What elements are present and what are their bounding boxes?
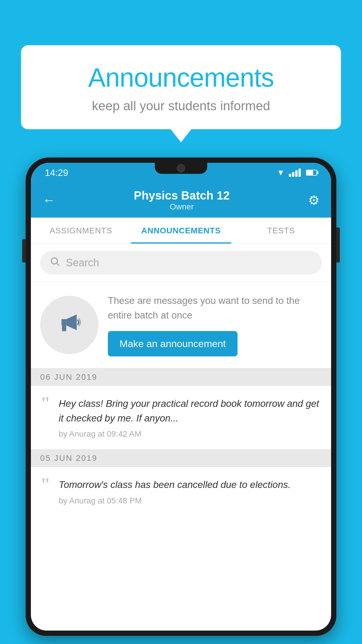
svg-point-0	[51, 258, 57, 264]
phone-camera	[177, 164, 185, 172]
signal-bar-3	[295, 170, 298, 177]
phone-notch	[155, 163, 207, 174]
svg-marker-3	[66, 314, 77, 330]
search-container: Search	[31, 244, 331, 282]
announcement-meta-2: by Anurag at 05:48 PM	[59, 496, 322, 505]
phone-screen: 14:29 ▼ ← Phys	[31, 163, 331, 631]
promo-icon-circle	[40, 296, 99, 354]
search-icon	[50, 256, 60, 269]
phone-side-btn-right	[336, 228, 340, 262]
tab-announcements[interactable]: ANNOUNCEMENTS	[131, 218, 231, 244]
phone-outer: 14:29 ▼ ← Phys	[26, 158, 336, 636]
header-title-group: Physics Batch 12 Owner	[134, 189, 230, 211]
phone-container: 14:29 ▼ ← Phys	[26, 158, 336, 644]
svg-line-1	[57, 263, 59, 266]
svg-rect-4	[62, 325, 66, 331]
signal-icon	[289, 169, 301, 177]
speech-bubble-card: Announcements keep all your students inf…	[21, 45, 341, 129]
date-divider-2: 05 JUN 2019	[31, 449, 331, 467]
app-header: ← Physics Batch 12 Owner ⚙	[31, 183, 331, 218]
tabs-bar: ASSIGNMENTS ANNOUNCEMENTS TESTS	[31, 218, 331, 244]
battery-icon	[306, 170, 317, 176]
announcement-content-1: Hey class! Bring your practical record b…	[59, 396, 322, 439]
make-announcement-button[interactable]: Make an announcement	[108, 331, 238, 356]
search-placeholder: Search	[66, 257, 99, 269]
header-subtitle: Owner	[134, 202, 230, 211]
signal-bar-4	[298, 169, 301, 177]
wifi-icon: ▼	[277, 168, 285, 177]
battery-fill	[307, 170, 313, 175]
back-button[interactable]: ←	[43, 193, 55, 207]
announcement-content-2: Tomorrow's class has been cancelled due …	[59, 477, 322, 505]
quote-icon-1: "	[40, 394, 51, 413]
speech-bubble-area: Announcements keep all your students inf…	[21, 45, 341, 129]
announcement-item-2: " Tomorrow's class has been cancelled du…	[31, 467, 331, 516]
tab-assignments[interactable]: ASSIGNMENTS	[31, 218, 131, 244]
header-title: Physics Batch 12	[134, 189, 230, 202]
megaphone-icon	[56, 309, 82, 341]
signal-bar-2	[292, 172, 294, 177]
promo-text-group: These are messages you want to send to t…	[108, 293, 322, 356]
date-divider-1: 06 JUN 2019	[31, 368, 331, 386]
signal-bar-1	[289, 174, 291, 177]
phone-side-btn-left	[22, 239, 26, 262]
promo-section: These are messages you want to send to t…	[31, 282, 331, 368]
speech-bubble-subtitle: keep all your students informed	[44, 99, 318, 113]
announcement-meta-1: by Anurag at 09:42 AM	[59, 429, 322, 439]
content-area: Search	[31, 244, 331, 516]
gear-icon[interactable]: ⚙	[308, 193, 319, 208]
promo-description: These are messages you want to send to t…	[108, 293, 322, 322]
speech-bubble-title: Announcements	[44, 63, 318, 93]
quote-icon-2: "	[40, 475, 51, 494]
status-icons: ▼	[277, 168, 317, 177]
announcement-text-2: Tomorrow's class has been cancelled due …	[59, 477, 322, 492]
announcement-text-1: Hey class! Bring your practical record b…	[59, 396, 322, 425]
tab-tests[interactable]: TESTS	[231, 218, 331, 244]
search-bar[interactable]: Search	[40, 251, 322, 274]
status-time: 14:29	[45, 167, 68, 178]
announcement-item-1: " Hey class! Bring your practical record…	[31, 386, 331, 449]
svg-marker-2	[61, 319, 66, 326]
